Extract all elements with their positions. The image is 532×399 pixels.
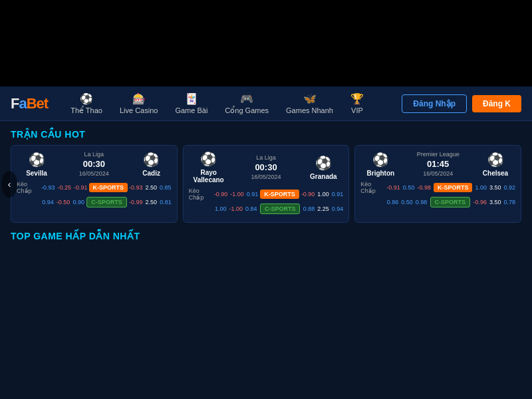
match-date-0: 16/05/2024	[79, 170, 109, 177]
k-tai-2-2: 0.92	[503, 184, 515, 191]
vip-icon: 🏆	[350, 92, 364, 105]
nav-items: ⚽ Thể Thao 🎰 Live Casino 🃏 Game Bài 🎮 Cổ…	[64, 90, 402, 118]
k-odd-0-1: -0.25	[58, 184, 72, 191]
odds-section-2: Kèo Chấp -0.91 0.50 -0.98 K-SPORTS 1.00 …	[360, 181, 515, 207]
k-tai-values-1: -0.90 1.00 0.91	[301, 191, 344, 198]
k-odd-2-2: -0.98	[417, 184, 431, 191]
scroll-left-button[interactable]: ‹	[1, 171, 17, 198]
k-tai-0-0: -0.93	[129, 184, 143, 191]
odds-section-1: Kèo Chấp -0.90 -1.00 0.91 K-SPORTS -0.90…	[189, 188, 344, 214]
k-odd-1-1: -1.00	[230, 191, 244, 198]
nav-item-the-thao[interactable]: ⚽ Thể Thao	[64, 90, 109, 118]
k-odd-0-2: -0.91	[74, 184, 88, 191]
c-odd-1-0: 1.00	[215, 205, 227, 212]
c-odds-values-2: 0.86 0.50 0.98	[387, 199, 428, 205]
nav-item-vip[interactable]: 🏆 VIP	[344, 90, 370, 117]
k-odds-values-0: -0.93 -0.25 -0.91	[41, 184, 88, 191]
odds-row-c-0: 0.94 -0.50 0.90 C-SPORTS -0.99 2.50 0.81	[17, 197, 172, 207]
c-tai-1-1: 2.25	[317, 205, 329, 212]
team-left-icon-2: ⚽	[372, 152, 389, 168]
nav-item-live-casino[interactable]: 🎰 Live Casino	[113, 90, 164, 117]
k-tai-1-1: 1.00	[317, 191, 329, 198]
match-header-1: ⚽ Rayo Vallecano La Liga 00:30 16/05/202…	[189, 151, 344, 184]
k-odds-values-2: -0.91 0.50 -0.98	[386, 184, 431, 191]
c-tai-0-0: -0.99	[129, 199, 143, 205]
odds-row-c-2: 0.86 0.50 0.98 C-SPORTS -0.96 3.50 0.78	[360, 197, 515, 207]
league-0: La Liga	[84, 151, 104, 158]
c-tai-0-1: 2.50	[146, 199, 158, 205]
c-sports-button-0[interactable]: C-SPORTS	[86, 197, 127, 207]
keo-chap-label-1: Kèo Chấp	[189, 188, 212, 201]
c-tai-values-1: 0.88 2.25 0.94	[303, 205, 344, 212]
cong-games-icon: 🎮	[240, 92, 253, 105]
k-tai-2-1: 3.50	[489, 184, 501, 191]
c-odds-values-1: 1.00 -1.00 0.84	[215, 205, 257, 212]
top-game-title: TOP GAME HẤP DẪN NHẤT	[0, 223, 532, 247]
match-center-1: La Liga 00:30 16/05/2024	[251, 154, 281, 180]
k-tai-1-2: 0.91	[332, 191, 344, 198]
c-tai-2-1: 3.50	[489, 199, 501, 205]
c-odd-0-0: 0.94	[42, 199, 54, 205]
top-black-bar	[0, 0, 532, 86]
c-odd-2-2: 0.98	[416, 199, 428, 205]
k-odd-1-2: 0.91	[247, 191, 259, 198]
match-header-2: ⚽ Brighton Premier League 01:45 16/05/20…	[360, 151, 515, 177]
match-center-0: La Liga 00:30 16/05/2024	[79, 151, 109, 177]
c-sports-button-1[interactable]: C-SPORTS	[260, 203, 301, 214]
match-card-1: ⚽ Rayo Vallecano La Liga 00:30 16/05/202…	[183, 145, 350, 223]
c-odd-2-0: 0.86	[387, 199, 399, 205]
c-odd-0-1: -0.50	[57, 199, 70, 205]
keo-chap-label-2: Kèo Chấp	[360, 181, 384, 194]
k-tai-values-2: 1.00 3.50 0.92	[475, 184, 515, 191]
c-tai-0-2: 0.81	[160, 199, 172, 205]
odds-row-c-1: 1.00 -1.00 0.84 C-SPORTS 0.88 2.25 0.94	[189, 203, 344, 214]
c-tai-2-2: 0.78	[503, 199, 515, 205]
logo[interactable]: FaBet	[11, 95, 48, 112]
logo-bet: Bet	[27, 95, 48, 112]
odds-row-k-0: Kèo Chấp -0.93 -0.25 -0.91 K-SPORTS -0.9…	[17, 181, 172, 194]
register-button[interactable]: Đăng K	[472, 95, 521, 112]
live-casino-icon: 🎰	[132, 92, 146, 105]
c-sports-button-2[interactable]: C-SPORTS	[430, 197, 471, 207]
k-odd-1-0: -0.90	[214, 191, 228, 198]
match-card-0: ⚽ Sevilla La Liga 00:30 16/05/2024 ⚽ Cad…	[11, 145, 178, 223]
nav-item-games-nhanh[interactable]: 🦋 Games Nhanh	[279, 90, 340, 117]
team-right-0: ⚽ Cadiz	[132, 152, 172, 177]
matches-wrapper: ‹ ⚽ Sevilla La Liga 00:30 16/05/2024 ⚽	[0, 145, 532, 223]
k-sports-button-0[interactable]: K-SPORTS	[89, 183, 128, 192]
k-tai-0-1: 2.50	[146, 184, 158, 191]
k-tai-0-2: 0.85	[160, 184, 172, 191]
main-content: FaBet ⚽ Thể Thao 🎰 Live Casino 🃏 Game Bà…	[0, 86, 532, 399]
team-left-0: ⚽ Sevilla	[17, 152, 57, 177]
k-sports-button-1[interactable]: K-SPORTS	[260, 190, 299, 199]
nav-label-live-casino: Live Casino	[120, 106, 158, 114]
c-odds-values-0: 0.94 -0.50 0.90	[42, 199, 84, 205]
nav-buttons: Đăng Nhập Đăng K	[402, 94, 521, 113]
nav-item-cong-games[interactable]: 🎮 Cổng Games	[218, 90, 275, 118]
c-tai-2-0: -0.96	[473, 199, 487, 205]
c-odd-1-1: -1.00	[229, 205, 243, 212]
match-date-2: 16/05/2024	[423, 170, 453, 177]
k-odds-values-1: -0.90 -1.00 0.91	[214, 191, 259, 198]
login-button[interactable]: Đăng Nhập	[402, 94, 467, 113]
k-odd-0-0: -0.93	[41, 184, 55, 191]
k-sports-button-2[interactable]: K-SPORTS	[434, 183, 473, 192]
team-right-1: ⚽ Granada	[303, 155, 343, 180]
match-date-1: 16/05/2024	[251, 174, 281, 180]
navbar: FaBet ⚽ Thể Thao 🎰 Live Casino 🃏 Game Bà…	[0, 86, 532, 121]
matches-container: ⚽ Sevilla La Liga 00:30 16/05/2024 ⚽ Cad…	[11, 145, 521, 223]
league-2: Premier League	[417, 151, 460, 158]
keo-chap-label-0: Kèo Chấp	[17, 181, 40, 194]
nav-label-the-thao: Thể Thao	[70, 106, 102, 115]
hot-section-title: TRẬN CẦU HOT	[0, 121, 532, 145]
c-tai-1-2: 0.94	[332, 205, 344, 212]
game-bai-icon: 🃏	[185, 92, 198, 105]
nav-label-vip: VIP	[351, 106, 363, 114]
c-odd-0-2: 0.90	[72, 199, 84, 205]
nav-item-game-bai[interactable]: 🃏 Game Bài	[168, 90, 214, 117]
odds-section-0: Kèo Chấp -0.93 -0.25 -0.91 K-SPORTS -0.9…	[17, 181, 172, 207]
match-header-0: ⚽ Sevilla La Liga 00:30 16/05/2024 ⚽ Cad…	[17, 151, 172, 177]
team-left-2: ⚽ Brighton	[360, 152, 400, 177]
games-nhanh-icon: 🦋	[303, 92, 317, 105]
match-time-0: 00:30	[83, 159, 105, 169]
